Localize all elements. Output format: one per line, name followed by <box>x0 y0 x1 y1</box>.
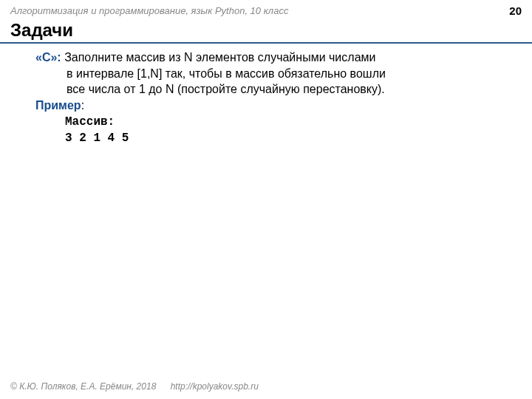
footer-url: http://kpolyakov.spb.ru <box>171 381 259 392</box>
page-number: 20 <box>509 4 522 17</box>
slide-title: Задачи <box>0 20 532 44</box>
task-text-line3: все числа от 1 до N (постройте случайную… <box>66 81 385 98</box>
task-block: «C»: Заполните массив из N элементов слу… <box>35 50 497 98</box>
example-code: Массив: 3 2 1 4 5 <box>35 115 497 146</box>
footer-copyright: © К.Ю. Поляков, Е.А. Ерёмин, 2018 <box>10 381 156 392</box>
example-label: Пример <box>35 99 81 112</box>
task-text-line1: Заполните массив из N элементов случайны… <box>64 51 375 64</box>
code-line-1: Массив: <box>65 115 497 131</box>
slide-header: Алгоритмизация и программирование, язык … <box>0 0 532 20</box>
task-label: «C»: <box>35 51 61 64</box>
example-colon: : <box>81 99 84 112</box>
code-line-2: 3 2 1 4 5 <box>65 131 497 147</box>
example-block: Пример: <box>35 98 497 114</box>
slide-content: «C»: Заполните массив из N элементов слу… <box>0 44 532 147</box>
course-title: Алгоритмизация и программирование, язык … <box>10 5 288 16</box>
task-text-line2: в интервале [1,N] так, чтобы в массив об… <box>66 66 386 82</box>
slide-footer: © К.Ю. Поляков, Е.А. Ерёмин, 2018 http:/… <box>10 381 259 392</box>
